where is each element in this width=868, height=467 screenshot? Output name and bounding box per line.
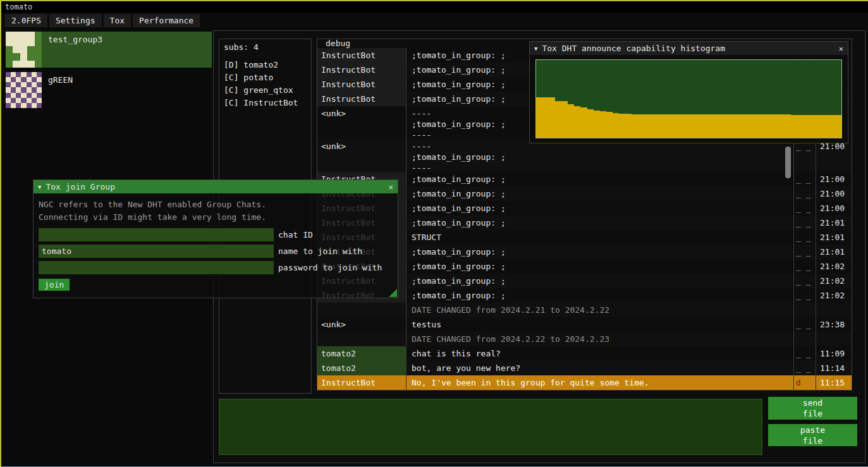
- message-line: ;tomato_in_group: ;: [412, 246, 790, 257]
- join-group-window-body: NGC refers to the New DHT enabled Group …: [34, 193, 398, 298]
- histogram-bar: [816, 115, 822, 138]
- join-field-row: chat ID: [39, 228, 393, 241]
- avatar-pixel: [20, 61, 27, 68]
- histogram-bar: [702, 114, 708, 138]
- avatar-pixel: [37, 77, 42, 82]
- histogram-bar: [613, 113, 619, 138]
- chat-row-name: <unk>: [317, 106, 406, 139]
- avatar-pixel: [6, 53, 13, 60]
- group-item-gREEN[interactable]: gREEN: [6, 72, 212, 108]
- avatar-pixel: [27, 61, 34, 68]
- join-info-line: NGC refers to the New DHT enabled Group …: [39, 198, 393, 211]
- join-group-window: ▼ Tox join Group ✕ NGC refers to the New…: [33, 179, 398, 298]
- chat-row-message: ;tomato_in_group: ;: [406, 215, 794, 230]
- message-line: ;tomato_in_group: ;: [412, 217, 790, 228]
- avatar-pixel: [21, 72, 26, 77]
- avatar-pixel: [37, 98, 42, 103]
- avatar-pixel: [35, 53, 42, 60]
- histogram-bar: [625, 114, 632, 138]
- chat-row: tomato2chat is this real?_ _11:09: [317, 346, 852, 361]
- chat-row-time: 21:02: [816, 259, 852, 274]
- avatar-pixel: [13, 53, 20, 60]
- join-field-row: tomatoname to join with: [39, 245, 393, 258]
- menu-item-tox[interactable]: Tox: [104, 14, 131, 27]
- histogram-bar: [708, 114, 714, 138]
- histogram-bar: [632, 114, 638, 138]
- histogram-bar: [689, 114, 695, 138]
- window-title: tomato: [5, 3, 32, 11]
- chat-row-message: ;tomato_in_group: ;: [406, 245, 794, 259]
- histogram-bar: [771, 114, 778, 138]
- chat-row-time: 21:02: [816, 274, 852, 288]
- chat-row-name: tomato2: [317, 346, 406, 361]
- histogram-window-titlebar[interactable]: ▼ Tox DHT announce capability histogram …: [530, 42, 848, 55]
- chat-row-time: 23:38: [816, 317, 852, 332]
- chat-row-message: No, I've been in this group for quite so…: [406, 375, 794, 390]
- subs-list-item[interactable]: [C] green_qtox: [224, 84, 307, 97]
- join-input-0[interactable]: [39, 228, 274, 241]
- resize-grip[interactable]: [389, 289, 397, 297]
- join-input-2[interactable]: [39, 261, 274, 274]
- menu-item-2-0fps[interactable]: 2.0FPS: [5, 14, 47, 27]
- avatar-pixel: [13, 39, 20, 45]
- avatar-pixel: [11, 77, 16, 82]
- message-input[interactable]: [219, 399, 762, 455]
- collapse-arrow-icon[interactable]: ▼: [38, 184, 41, 190]
- subs-list-item[interactable]: [C] potato: [224, 71, 307, 84]
- join-group-window-titlebar[interactable]: ▼ Tox join Group ✕: [34, 180, 398, 193]
- collapse-arrow-icon[interactable]: ▼: [534, 45, 537, 52]
- message-line: DATE CHANGED from 2024.2.22 to 2024.2.23: [412, 334, 790, 344]
- avatar-pixel: [6, 32, 13, 39]
- chat-row-time: 21:01: [816, 245, 852, 259]
- histogram-bar: [714, 114, 721, 138]
- paste-file-button[interactable]: paste file: [768, 424, 857, 446]
- subs-list-item[interactable]: [C] InstructBot: [224, 97, 307, 109]
- join-input-1[interactable]: tomato: [39, 245, 274, 258]
- avatar-pixel: [21, 77, 26, 82]
- menu-item-performance[interactable]: Performance: [133, 14, 200, 27]
- histogram-bar: [778, 114, 784, 138]
- chat-row-time: 21:02: [816, 288, 852, 303]
- histogram-bar: [682, 114, 688, 138]
- histogram-bar: [746, 114, 752, 138]
- send-file-button[interactable]: send file: [768, 397, 857, 420]
- subs-list-item[interactable]: [D] tomato2: [224, 59, 307, 71]
- avatar-pixel: [16, 103, 21, 108]
- menu-item-settings[interactable]: Settings: [49, 14, 102, 27]
- chat-row-flags: _ _: [794, 317, 816, 332]
- join-field-label: chat ID: [278, 230, 313, 240]
- join-fields: chat IDtomatoname to join withpassword t…: [39, 228, 393, 274]
- avatar-pixel: [21, 103, 26, 108]
- join-button[interactable]: join: [39, 279, 70, 291]
- histogram-bar: [594, 111, 600, 138]
- chat-row-name: [317, 332, 406, 346]
- histogram-bar: [733, 114, 740, 138]
- avatar-pixel: [6, 72, 11, 77]
- avatar-pixel: [16, 93, 21, 98]
- chat-row-message: ;tomato_in_group: ;: [406, 259, 794, 274]
- chat-row: InstructBotNo, I've been in this group f…: [317, 375, 852, 390]
- histogram-bar: [721, 114, 727, 138]
- histogram-window-body: [530, 55, 848, 143]
- join-group-window-title: Tox join Group: [46, 182, 115, 191]
- chat-row-message: DATE CHANGED from 2024.2.22 to 2024.2.23: [406, 332, 794, 346]
- chat-row: tomato2bot, are you new here?_ _11:14: [317, 361, 852, 375]
- close-icon[interactable]: ✕: [389, 183, 393, 191]
- histogram-bar: [644, 114, 651, 138]
- chat-row-message: testus: [406, 317, 794, 332]
- histogram-bar: [606, 112, 613, 138]
- avatar-pixel: [21, 98, 26, 103]
- message-line: chat is this real?: [412, 348, 790, 359]
- histogram-bar: [695, 114, 702, 138]
- close-icon[interactable]: ✕: [839, 44, 843, 53]
- chat-row-name: <unk>: [317, 139, 406, 172]
- window-titlebar[interactable]: tomato: [1, 1, 868, 13]
- chat-row-message: chat is this real?: [406, 346, 794, 361]
- avatar-pixel: [13, 32, 20, 39]
- chat-row-message: bot, are you new here?: [406, 361, 794, 375]
- chat-scrollbar[interactable]: [785, 147, 791, 178]
- message-line: ;tomato_in_group: ;: [412, 203, 790, 214]
- avatar-pixel: [11, 82, 16, 87]
- chat-row-message: DATE CHANGED from 2024.2.21 to 2024.2.22: [406, 303, 794, 317]
- group-item-test_group3[interactable]: test_group3: [6, 32, 212, 68]
